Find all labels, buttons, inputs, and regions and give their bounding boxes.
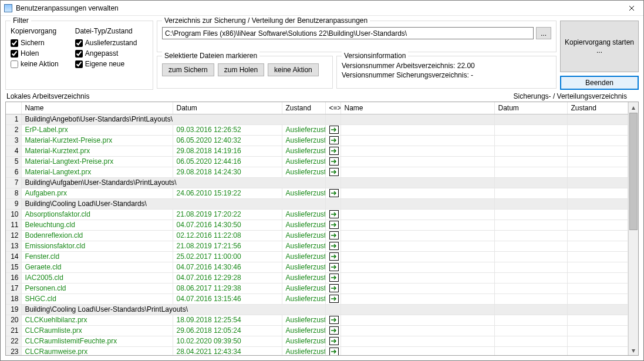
arrow-right-icon	[329, 157, 339, 166]
file-name: Material-Kurztext.prx	[21, 146, 173, 156]
dir-labels: Lokales Arbeitsverzeichnis Sicherungs- /…	[1, 92, 643, 102]
cell-date-right	[494, 167, 567, 177]
col-date-left[interactable]: Datum	[173, 102, 282, 114]
mark-zum-holen-button[interactable]: zum Holen	[218, 63, 264, 76]
cell-arrow[interactable]	[325, 346, 340, 355]
table-row[interactable]: 14Fenster.cld25.02.2017 11:00:00Ausliefe…	[6, 251, 628, 262]
cell-arrow[interactable]	[325, 188, 340, 198]
file-state: Auslieferzustand	[282, 293, 325, 304]
file-date: 06.05.2020 12:40:32	[173, 135, 282, 146]
path-input[interactable]	[162, 27, 534, 39]
browse-button[interactable]: ...	[536, 27, 551, 39]
cell-date-right	[494, 156, 567, 167]
file-date: 18.09.2018 12:25:54	[173, 315, 282, 325]
cell-arrow[interactable]	[325, 124, 340, 135]
cell-arrow[interactable]	[325, 156, 340, 167]
file-state: Auslieferzustand	[282, 220, 325, 230]
close-button[interactable]	[620, 1, 643, 16]
checkbox-keine-aktion[interactable]: keine Aktion	[11, 60, 59, 68]
cell-arrow[interactable]	[325, 220, 340, 230]
checkbox-eigene-neue[interactable]: Eigene neue	[75, 60, 137, 68]
table-row[interactable]: 11Beleuchtung.cld04.07.2016 14:30:50Ausl…	[6, 220, 628, 230]
table-row[interactable]: 17Personen.cld08.06.2017 11:29:38Auslief…	[6, 283, 628, 293]
table-row[interactable]: 15Geraete.cld04.07.2016 14:30:46Ausliefe…	[6, 262, 628, 272]
checkbox-sichern[interactable]: Sichern	[11, 39, 59, 47]
cell-date-right	[494, 135, 567, 146]
file-name: Geraete.cld	[21, 262, 173, 272]
cell-arrow[interactable]	[325, 209, 340, 220]
cell-date-right	[494, 177, 567, 188]
cell-arrow[interactable]	[325, 146, 340, 156]
table-row[interactable]: 22CLCRaumlistemitFeuchte.prx10.02.2020 0…	[6, 336, 628, 346]
mark-keine-aktion-button[interactable]: keine Aktion	[268, 63, 319, 76]
col-arrow[interactable]: <=>	[325, 102, 340, 114]
table-row[interactable]: 1Building\Angebot\User-Standards\PrintLa…	[6, 114, 628, 124]
cell-date-right	[494, 241, 567, 251]
checkbox-holen[interactable]: Holen	[11, 49, 59, 58]
scroll-up-icon[interactable]: ▴	[629, 102, 638, 112]
cell-arrow[interactable]	[325, 336, 340, 346]
file-state: Auslieferzustand	[282, 156, 325, 167]
cell-state-right	[567, 230, 628, 241]
table-row[interactable]: 18SHGC.cld04.07.2016 13:15:46Auslieferzu…	[6, 293, 628, 304]
table-row[interactable]: 4Material-Kurztext.prx29.08.2018 14:19:1…	[6, 146, 628, 156]
table-row[interactable]: 6Material-Langtext.prx29.08.2018 14:24:3…	[6, 167, 628, 177]
col-index[interactable]	[6, 102, 21, 114]
start-copy-button[interactable]: Kopiervorgang starten ...	[560, 21, 639, 72]
scroll-down-icon[interactable]: ▾	[629, 345, 638, 355]
row-index: 1	[6, 114, 21, 124]
table-row[interactable]: 19Building\Cooling Load\User-Standards\P…	[6, 304, 628, 315]
cell-date-right	[494, 114, 567, 124]
mark-zum-sichern-button[interactable]: zum Sichern	[162, 63, 214, 76]
file-name: Absorptionsfaktor.cld	[21, 209, 173, 220]
cell-state-right	[567, 156, 628, 167]
table-row[interactable]: 20CLCKuehlbilanz.prx18.09.2018 12:25:54A…	[6, 315, 628, 325]
cell-arrow[interactable]	[325, 283, 340, 293]
cell-arrow[interactable]	[325, 262, 340, 272]
table-row[interactable]: 12Bodenreflexion.cld02.12.2016 11:22:08A…	[6, 230, 628, 241]
file-state: Auslieferzustand	[282, 167, 325, 177]
cell-arrow[interactable]	[325, 315, 340, 325]
table-row[interactable]: 23CLCRaumweise.prx28.04.2021 12:43:34Aus…	[6, 346, 628, 355]
vertical-scrollbar[interactable]: ▴ ▾	[628, 102, 638, 355]
col-date-right[interactable]: Datum	[494, 102, 567, 114]
col-name-right[interactable]: Name	[340, 102, 494, 114]
version-line1: Versionsnummer Arbeitsverzeichnis: 22.00	[342, 61, 551, 70]
table-row[interactable]: 13Emissionsfaktor.cld21.08.2019 17:21:56…	[6, 241, 628, 251]
cell-name-right	[340, 209, 494, 220]
table-row[interactable]: 5Material-Langtext-Preise.prx06.05.2020 …	[6, 156, 628, 167]
scroll-thumb[interactable]	[629, 113, 638, 230]
table-row[interactable]: 10Absorptionsfaktor.cld21.08.2019 17:20:…	[6, 209, 628, 220]
cell-state-right	[567, 124, 628, 135]
row-index: 16	[6, 272, 21, 283]
checkbox-angepasst[interactable]: Angepasst	[75, 49, 137, 58]
table-row[interactable]: 16IAC2005.cld04.07.2016 12:29:28Ausliefe…	[6, 272, 628, 283]
file-grid[interactable]: Name Datum Zustand <=> Name Datum Zustan…	[6, 102, 628, 355]
table-row[interactable]: 9Building\Cooling Load\User-Standards\	[6, 198, 628, 209]
cell-arrow[interactable]	[325, 251, 340, 262]
col-name-left[interactable]: Name	[21, 102, 173, 114]
table-row[interactable]: 7Building\Aufgaben\User-Standards\PrintL…	[6, 177, 628, 188]
arrow-right-icon	[329, 252, 339, 261]
cell-arrow[interactable]	[325, 325, 340, 336]
table-row[interactable]: 21CLCRaumliste.prx29.06.2018 12:05:24Aus…	[6, 325, 628, 336]
cell-name-right	[340, 135, 494, 146]
version-group: Versionsinformation Versionsnummer Arbei…	[336, 56, 557, 89]
cell-arrow[interactable]	[325, 293, 340, 304]
cell-arrow[interactable]	[325, 135, 340, 146]
cell-state-right	[567, 336, 628, 346]
checkbox-auslieferzustand[interactable]: Auslieferzustand	[75, 39, 137, 47]
cell-arrow[interactable]	[325, 241, 340, 251]
table-row[interactable]: 8Aufgaben.prx24.06.2010 15:19:22Ausliefe…	[6, 188, 628, 198]
end-button[interactable]: Beenden	[560, 76, 639, 90]
cell-arrow[interactable]	[325, 230, 340, 241]
cell-arrow[interactable]	[325, 272, 340, 283]
col-state-right[interactable]: Zustand	[567, 102, 628, 114]
table-row[interactable]: 3Material-Kurztext-Preise.prx06.05.2020 …	[6, 135, 628, 146]
col-state-left[interactable]: Zustand	[282, 102, 325, 114]
cell-arrow[interactable]	[325, 167, 340, 177]
close-icon	[629, 5, 635, 11]
header-row: Name Datum Zustand <=> Name Datum Zustan…	[6, 102, 628, 114]
table-row[interactable]: 2ErP-Label.prx09.03.2016 12:26:52Auslief…	[6, 124, 628, 135]
row-index: 23	[6, 346, 21, 355]
